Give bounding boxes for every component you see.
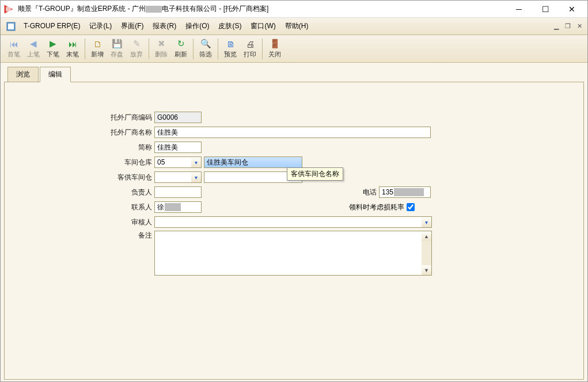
label-code: 托外厂商编码 bbox=[16, 113, 154, 123]
input-cust-wh-code[interactable] bbox=[154, 171, 191, 183]
toolbar-label-放弃: 放弃 bbox=[130, 50, 143, 59]
label-remark: 备注 bbox=[16, 231, 154, 240]
input-short[interactable] bbox=[154, 142, 202, 153]
label-contact: 联系人 bbox=[16, 203, 154, 212]
input-contact[interactable]: 徐 bbox=[154, 201, 202, 213]
toolbar-label-刷新: 刷新 bbox=[174, 50, 187, 59]
toolbar-预览[interactable]: 🗎预览 bbox=[221, 37, 240, 60]
toolbar-separator bbox=[85, 39, 85, 59]
menu-item-2[interactable]: 界面(F) bbox=[116, 20, 148, 32]
toolbar-删除: ✖删除 bbox=[151, 37, 171, 60]
tab-edit[interactable]: 编辑 bbox=[40, 67, 71, 82]
label-auditor: 审核人 bbox=[16, 217, 154, 227]
toolbar-筛选[interactable]: 🔍筛选 bbox=[196, 37, 215, 60]
menu-item-3[interactable]: 报表(R) bbox=[148, 20, 181, 32]
toolbar-icon-刷新: ↻ bbox=[176, 39, 186, 49]
toolbar-关闭[interactable]: 🚪关闭 bbox=[265, 37, 284, 60]
menu-item-4[interactable]: 操作(O) bbox=[181, 20, 214, 32]
mdi-minimize-button[interactable]: ▁ bbox=[551, 21, 562, 32]
input-name[interactable] bbox=[154, 127, 431, 138]
label-warehouse: 车间仓库 bbox=[16, 158, 154, 167]
toolbar-label-上笔: 上笔 bbox=[27, 50, 40, 59]
toolbar-label-关闭: 关闭 bbox=[268, 50, 281, 59]
toolbar-上笔: ◀上笔 bbox=[24, 37, 43, 60]
toolbar-label-删除: 删除 bbox=[155, 50, 168, 59]
menu-item-1[interactable]: 记录(L) bbox=[85, 20, 116, 32]
titlebar: 顺景『T-GROUP』制造业ERP系统 - 广州电子科技有限公司 - [托外厂商… bbox=[1, 1, 587, 18]
toolbar-label-筛选: 筛选 bbox=[199, 50, 212, 59]
label-owner: 负责人 bbox=[16, 188, 154, 197]
close-button[interactable]: ✕ bbox=[559, 1, 585, 17]
label-phone: 电话 bbox=[363, 188, 379, 197]
input-owner[interactable] bbox=[154, 186, 202, 198]
toolbar-末笔[interactable]: ⏭末笔 bbox=[63, 37, 82, 60]
toolbar-label-存盘: 存盘 bbox=[111, 50, 123, 59]
toolbar-icon-预览: 🗎 bbox=[225, 39, 236, 49]
tab-content-edit: 托外厂商编码 托外厂商名称 简称 车间仓库 ▾ bbox=[4, 82, 584, 380]
checkbox-loss[interactable] bbox=[407, 203, 415, 211]
title-text: 顺景『T-GROUP』制造业ERP系统 - 广州电子科技有限公司 - [托外厂商… bbox=[17, 4, 506, 14]
toolbar-icon-放弃: ✎ bbox=[131, 39, 142, 49]
toolbar-icon-关闭: 🚪 bbox=[270, 39, 280, 49]
lookup-cust-wh-button[interactable]: ▾ bbox=[191, 171, 202, 183]
svg-rect-1 bbox=[8, 24, 14, 29]
toolbar-label-下笔: 下笔 bbox=[47, 50, 59, 59]
toolbar-下笔[interactable]: ▶下笔 bbox=[43, 37, 63, 60]
toolbar-label-末笔: 末笔 bbox=[66, 50, 79, 59]
content-area: 浏览 编辑 托外厂商编码 托外厂商名称 简称 车间仓库 bbox=[1, 63, 587, 381]
toolbar-放弃: ✎放弃 bbox=[127, 37, 146, 60]
toolbar-label-首笔: 首笔 bbox=[7, 50, 20, 59]
toolbar-刷新[interactable]: ↻刷新 bbox=[171, 37, 191, 60]
redacted-phone bbox=[394, 188, 424, 196]
input-warehouse-code[interactable] bbox=[154, 156, 191, 168]
toolbar-separator bbox=[218, 39, 218, 59]
tooltip-cust-wh-name: 客供车间仓名称 bbox=[287, 167, 343, 181]
toolbar-icon-打印: 🖨 bbox=[245, 39, 255, 49]
toolbar-label-预览: 预览 bbox=[224, 50, 237, 59]
toolbar-separator bbox=[193, 39, 194, 59]
maximize-button[interactable]: ☐ bbox=[532, 1, 559, 17]
redacted-contact bbox=[165, 203, 181, 211]
toolbar-icon-末笔: ⏭ bbox=[67, 39, 78, 49]
toolbar-icon-新增: 🗋 bbox=[92, 39, 103, 49]
mdi-close-button[interactable]: ✕ bbox=[574, 21, 585, 32]
menubar: T-GROUP ERP(E)记录(L)界面(F)报表(R)操作(O)皮肤(S)窗… bbox=[1, 18, 587, 35]
app-icon bbox=[3, 3, 14, 15]
mdi-restore-button[interactable]: ❐ bbox=[563, 21, 573, 32]
scroll-down-button[interactable]: ▼ bbox=[422, 265, 431, 275]
label-name: 托外厂商名称 bbox=[16, 128, 154, 137]
toolbar: ⏮首笔◀上笔▶下笔⏭末笔🗋新增💾存盘✎放弃✖删除↻刷新🔍筛选🗎预览🖨打印🚪关闭 bbox=[1, 35, 587, 63]
label-loss: 领料时考虑损耗率 bbox=[349, 203, 405, 212]
input-code[interactable] bbox=[154, 112, 202, 123]
toolbar-存盘: 💾存盘 bbox=[107, 37, 127, 60]
toolbar-icon-下笔: ▶ bbox=[48, 39, 58, 49]
toolbar-icon-首笔: ⏮ bbox=[9, 39, 19, 49]
minimize-button[interactable]: ─ bbox=[506, 1, 532, 17]
toolbar-首笔: ⏮首笔 bbox=[4, 37, 24, 60]
toolbar-icon-筛选: 🔍 bbox=[200, 39, 211, 49]
menu-item-6[interactable]: 窗口(W) bbox=[246, 20, 280, 32]
toolbar-打印[interactable]: 🖨打印 bbox=[240, 37, 260, 60]
toolbar-icon-存盘: 💾 bbox=[112, 39, 122, 49]
tab-browse[interactable]: 浏览 bbox=[7, 67, 39, 82]
scroll-up-button[interactable]: ▲ bbox=[422, 231, 431, 241]
lookup-warehouse-button[interactable]: ▾ bbox=[191, 156, 202, 168]
input-auditor[interactable] bbox=[154, 216, 422, 228]
toolbar-label-打印: 打印 bbox=[244, 50, 256, 59]
menu-item-7[interactable]: 帮助(H) bbox=[280, 20, 313, 32]
toolbar-separator bbox=[262, 39, 263, 59]
textarea-remark[interactable] bbox=[154, 231, 422, 276]
display-warehouse-name: 佳胜美车间仓 bbox=[204, 156, 302, 168]
label-short: 简称 bbox=[16, 143, 154, 152]
label-cust-wh: 客供车间仓 bbox=[16, 173, 154, 182]
menu-item-0[interactable]: T-GROUP ERP(E) bbox=[19, 20, 85, 32]
toolbar-icon-上笔: ◀ bbox=[28, 39, 39, 49]
redacted-company bbox=[146, 6, 162, 13]
lookup-auditor-button[interactable]: ▾ bbox=[422, 216, 432, 228]
toolbar-icon-删除: ✖ bbox=[156, 39, 166, 49]
input-phone[interactable]: 135 bbox=[379, 186, 431, 198]
mdi-app-icon bbox=[6, 22, 16, 31]
menu-item-5[interactable]: 皮肤(S) bbox=[214, 20, 246, 32]
toolbar-新增[interactable]: 🗋新增 bbox=[88, 37, 107, 60]
toolbar-label-新增: 新增 bbox=[91, 50, 104, 59]
